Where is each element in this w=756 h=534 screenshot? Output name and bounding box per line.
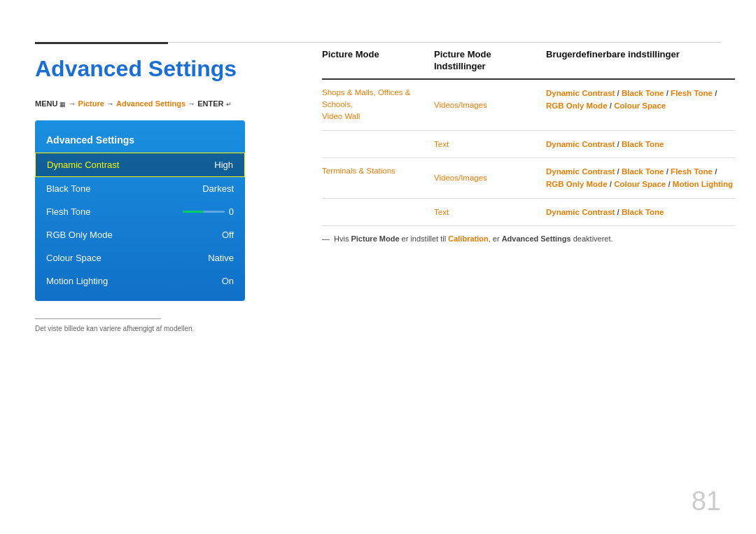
row1b-picture-mode bbox=[322, 138, 434, 150]
menu-advanced: Advanced Settings bbox=[116, 99, 186, 108]
settings-item-rgb-only[interactable]: RGB Only Mode Off bbox=[35, 223, 245, 246]
slider-track bbox=[183, 211, 225, 213]
menu-keyword: MENU bbox=[35, 99, 59, 108]
flesh-tone-slider[interactable]: 0 bbox=[183, 206, 234, 217]
table-row-1b: Text Dynamic Contrast / Black Tone bbox=[322, 131, 735, 158]
col-header-indstillinger: Picture ModeIndstillinger bbox=[434, 49, 546, 73]
row2b-picture-mode bbox=[322, 206, 434, 218]
black-tone-label: Black Tone bbox=[46, 183, 90, 194]
footnote-divider bbox=[35, 318, 161, 319]
row2a-bruger: Dynamic Contrast / Black Tone / Flesh To… bbox=[546, 165, 735, 191]
dynamic-contrast-label: Dynamic Contrast bbox=[47, 160, 119, 170]
dynamic-contrast-value: High bbox=[214, 160, 233, 170]
menu-picture: Picture bbox=[78, 99, 104, 108]
menu-arrow-3: → bbox=[188, 99, 197, 108]
menu-arrow-2: → bbox=[106, 99, 116, 108]
table-footnote-content: Hvis Picture Mode er indstillet til Cali… bbox=[334, 234, 613, 243]
settings-box: Advanced Settings Dynamic Contrast High … bbox=[35, 120, 245, 301]
flesh-tone-value: 0 bbox=[229, 206, 234, 217]
page-number: 81 bbox=[692, 486, 721, 517]
settings-item-flesh-tone[interactable]: Flesh Tone 0 bbox=[35, 200, 245, 223]
table-row-1a: Shops & Malls, Offices & Schools, Video … bbox=[322, 80, 735, 131]
settings-box-title: Advanced Settings bbox=[35, 129, 245, 153]
table-row-2a: Terminals & Stations Videos/Images Dynam… bbox=[322, 158, 735, 199]
settings-item-black-tone[interactable]: Black Tone Darkest bbox=[35, 177, 245, 200]
colour-space-label: Colour Space bbox=[46, 253, 102, 263]
table-row-2b: Text Dynamic Contrast / Black Tone bbox=[322, 199, 735, 226]
col-header-picture-mode: Picture Mode bbox=[322, 49, 434, 73]
row2b-bruger: Dynamic Contrast / Black Tone bbox=[546, 206, 735, 218]
motion-lighting-value: On bbox=[222, 276, 234, 286]
settings-item-dynamic-contrast[interactable]: Dynamic Contrast High bbox=[35, 153, 245, 177]
row2-picture-mode: Terminals & Stations bbox=[322, 165, 434, 191]
table-header: Picture Mode Picture ModeIndstillinger B… bbox=[322, 49, 735, 80]
left-column: Advanced Settings MENU ▦ → Picture → Adv… bbox=[35, 56, 301, 332]
settings-item-motion-lighting[interactable]: Motion Lighting On bbox=[35, 269, 245, 293]
col-header-bruger: Brugerdefinerbare indstillinger bbox=[546, 49, 735, 73]
table-footnote: — Hvis Picture Mode er indstillet til Ca… bbox=[322, 234, 735, 243]
menu-enter: ENTER bbox=[197, 99, 225, 108]
row1-bruger: Dynamic Contrast / Black Tone / Flesh To… bbox=[546, 87, 735, 123]
page-title: Advanced Settings bbox=[35, 56, 301, 82]
black-tone-value: Darkest bbox=[202, 183, 234, 194]
rgb-only-value: Off bbox=[222, 230, 234, 240]
motion-lighting-label: Motion Lighting bbox=[46, 276, 108, 286]
rgb-only-label: RGB Only Mode bbox=[46, 230, 113, 240]
right-column: Picture Mode Picture ModeIndstillinger B… bbox=[322, 49, 735, 243]
settings-item-colour-space[interactable]: Colour Space Native bbox=[35, 246, 245, 269]
row1b-indstillinger: Text bbox=[434, 138, 546, 150]
slider-fill bbox=[183, 211, 204, 213]
table-footnote-dash: — bbox=[322, 234, 330, 243]
row1b-bruger: Dynamic Contrast / Black Tone bbox=[546, 138, 735, 150]
colour-space-value: Native bbox=[208, 253, 234, 263]
row2a-indstillinger: Videos/Images bbox=[434, 165, 546, 191]
row1-indstillinger: Videos/Images bbox=[434, 87, 546, 123]
row1-picture-mode: Shops & Malls, Offices & Schools, Video … bbox=[322, 87, 434, 123]
menu-path: MENU ▦ → Picture → Advanced Settings → E… bbox=[35, 99, 301, 108]
footnote-text: Det viste billede kan variere afhængigt … bbox=[35, 325, 301, 332]
flesh-tone-label: Flesh Tone bbox=[46, 206, 90, 217]
menu-arrow-1: → bbox=[69, 99, 78, 108]
row2b-indstillinger: Text bbox=[434, 206, 546, 218]
